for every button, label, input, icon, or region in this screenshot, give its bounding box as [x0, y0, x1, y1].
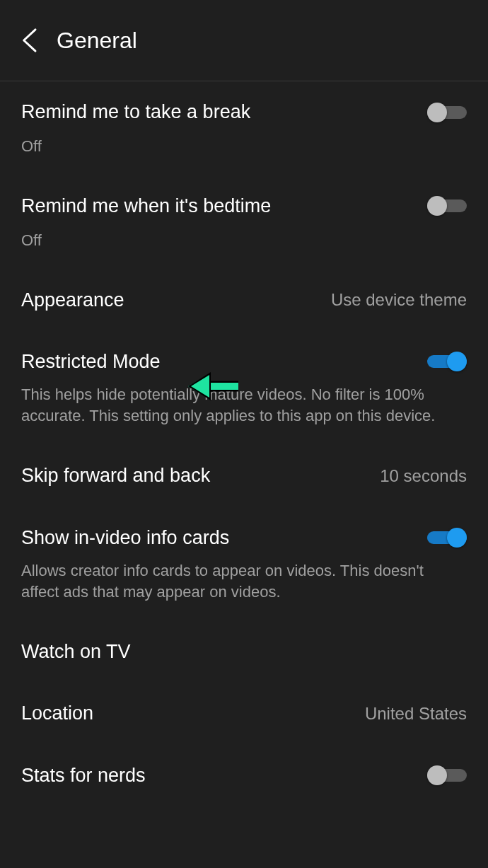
settings-list: Remind me to take a break Off Remind me … — [0, 81, 488, 806]
setting-subtitle: Off — [21, 230, 467, 251]
setting-description: This helps hide potentially mature video… — [21, 384, 446, 427]
back-button[interactable] — [17, 27, 44, 54]
setting-title: Remind me when it's bedtime — [21, 194, 271, 219]
setting-stats-nerds[interactable]: Stats for nerds — [0, 745, 488, 806]
restricted-mode-toggle[interactable] — [427, 352, 467, 371]
setting-location[interactable]: Location United States — [0, 683, 488, 744]
setting-bedtime-reminder[interactable]: Remind me when it's bedtime Off — [0, 175, 488, 270]
setting-appearance[interactable]: Appearance Use device theme — [0, 270, 488, 331]
setting-description: Allows creator info cards to appear on v… — [21, 560, 446, 603]
setting-value: 10 seconds — [380, 466, 467, 486]
setting-title: Show in-video info cards — [21, 526, 229, 550]
break-reminder-toggle[interactable] — [427, 103, 467, 122]
setting-skip-amount[interactable]: Skip forward and back 10 seconds — [0, 445, 488, 507]
setting-watch-tv[interactable]: Watch on TV — [0, 621, 488, 683]
restricted-mode-title: Restricted Mode — [21, 349, 161, 374]
bedtime-reminder-toggle[interactable] — [427, 196, 467, 216]
setting-value: United States — [365, 704, 467, 724]
stats-nerds-toggle[interactable] — [427, 765, 467, 785]
setting-title: Appearance — [21, 288, 124, 313]
setting-info-cards[interactable]: Show in-video info cards Allows creator … — [0, 507, 488, 622]
setting-title: Stats for nerds — [21, 763, 146, 788]
setting-value: Use device theme — [331, 290, 467, 310]
app-header: General — [0, 0, 488, 81]
setting-title: Remind me to take a break — [21, 100, 250, 125]
chevron-left-icon — [21, 28, 40, 53]
setting-title: Skip forward and back — [21, 463, 210, 488]
setting-title: Watch on TV — [21, 640, 131, 664]
setting-subtitle: Off — [21, 136, 467, 157]
info-cards-toggle[interactable] — [427, 528, 467, 548]
setting-restricted-mode[interactable]: Restricted Mode This helps hide potentia… — [0, 331, 488, 446]
setting-break-reminder[interactable]: Remind me to take a break Off — [0, 81, 488, 175]
setting-title: Location — [21, 701, 93, 726]
page-title: General — [57, 28, 137, 54]
